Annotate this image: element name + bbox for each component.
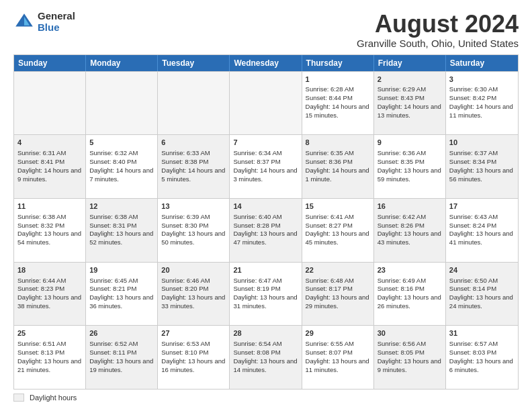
month-title: August 2024 — [357, 11, 519, 38]
logo-general: General — [38, 11, 75, 22]
day-number: 10 — [449, 138, 515, 148]
day-number: 5 — [89, 138, 154, 148]
sunset-text: Sunset: 8:42 PM — [449, 94, 515, 103]
day-number: 19 — [89, 265, 154, 275]
sunrise-text: Sunrise: 6:56 AM — [378, 340, 442, 349]
cal-cell-17: 17Sunrise: 6:43 AMSunset: 8:24 PMDayligh… — [446, 199, 518, 262]
calendar-row-2: 11Sunrise: 6:38 AMSunset: 8:32 PMDayligh… — [14, 198, 518, 262]
daylight-text: Daylight: 14 hours and 15 minutes. — [306, 103, 370, 120]
cal-cell-15: 15Sunrise: 6:41 AMSunset: 8:27 PMDayligh… — [302, 199, 374, 262]
header-cell-thursday: Thursday — [302, 55, 374, 71]
sunrise-text: Sunrise: 6:51 AM — [17, 340, 82, 349]
cal-cell-29: 29Sunrise: 6:55 AMSunset: 8:07 PMDayligh… — [302, 326, 374, 389]
sunset-text: Sunset: 8:37 PM — [233, 158, 298, 167]
day-number: 24 — [449, 265, 515, 275]
header-cell-saturday: Saturday — [446, 55, 518, 71]
daylight-text: Daylight: 14 hours and 13 minutes. — [378, 103, 442, 120]
daylight-text: Daylight: 14 hours and 11 minutes. — [449, 103, 515, 120]
sunset-text: Sunset: 8:23 PM — [17, 285, 82, 293]
calendar-row-4: 25Sunrise: 6:51 AMSunset: 8:13 PMDayligh… — [14, 325, 518, 389]
sunset-text: Sunset: 8:27 PM — [306, 222, 370, 230]
day-number: 23 — [378, 265, 442, 275]
sunset-text: Sunset: 8:11 PM — [89, 349, 154, 357]
cal-cell-1: 1Sunrise: 6:28 AMSunset: 8:44 PMDaylight… — [302, 72, 374, 135]
cal-cell-27: 27Sunrise: 6:53 AMSunset: 8:10 PMDayligh… — [158, 326, 230, 389]
daylight-text: Daylight: 14 hours and 1 minute. — [306, 167, 370, 184]
sunrise-text: Sunrise: 6:57 AM — [449, 340, 515, 349]
day-number: 20 — [161, 265, 226, 275]
cal-cell-23: 23Sunrise: 6:49 AMSunset: 8:16 PMDayligh… — [374, 263, 446, 326]
sunrise-text: Sunrise: 6:37 AM — [449, 149, 515, 158]
cal-cell-empty-0-2 — [158, 72, 230, 135]
daylight-text: Daylight: 13 hours and 14 minutes. — [233, 357, 298, 375]
cal-cell-3: 3Sunrise: 6:30 AMSunset: 8:42 PMDaylight… — [446, 72, 518, 135]
day-number: 8 — [306, 138, 370, 148]
day-number: 2 — [378, 75, 442, 85]
header-cell-tuesday: Tuesday — [158, 55, 230, 71]
day-number: 1 — [306, 75, 370, 85]
daylight-text: Daylight: 14 hours and 9 minutes. — [17, 167, 82, 184]
sunset-text: Sunset: 8:40 PM — [89, 158, 154, 167]
daylight-text: Daylight: 13 hours and 21 minutes. — [17, 357, 82, 375]
day-number: 25 — [17, 328, 82, 338]
sunrise-text: Sunrise: 6:42 AM — [378, 213, 442, 222]
day-number: 16 — [378, 201, 442, 212]
day-number: 22 — [306, 265, 370, 275]
sunrise-text: Sunrise: 6:38 AM — [17, 213, 82, 222]
sunrise-text: Sunrise: 6:31 AM — [17, 149, 82, 158]
daylight-text: Daylight: 13 hours and 11 minutes. — [306, 357, 370, 375]
sunset-text: Sunset: 8:21 PM — [89, 285, 154, 293]
daylight-text: Daylight: 13 hours and 50 minutes. — [161, 230, 226, 247]
title-block: August 2024 Granville South, Ohio, Unite… — [357, 11, 519, 49]
cal-cell-26: 26Sunrise: 6:52 AMSunset: 8:11 PMDayligh… — [86, 326, 158, 389]
day-number: 27 — [161, 328, 226, 338]
daylight-text: Daylight: 13 hours and 9 minutes. — [378, 357, 442, 375]
daylight-text: Daylight: 14 hours and 3 minutes. — [233, 167, 298, 184]
calendar-row-1: 4Sunrise: 6:31 AMSunset: 8:41 PMDaylight… — [14, 134, 518, 198]
sunrise-text: Sunrise: 6:46 AM — [161, 277, 226, 285]
sunrise-text: Sunrise: 6:54 AM — [233, 340, 298, 349]
sunset-text: Sunset: 8:13 PM — [17, 349, 82, 357]
sunset-text: Sunset: 8:36 PM — [306, 158, 370, 167]
cal-cell-21: 21Sunrise: 6:47 AMSunset: 8:19 PMDayligh… — [230, 263, 302, 326]
sunset-text: Sunset: 8:17 PM — [306, 285, 370, 293]
calendar-row-3: 18Sunrise: 6:44 AMSunset: 8:23 PMDayligh… — [14, 262, 518, 326]
cal-cell-10: 10Sunrise: 6:37 AMSunset: 8:34 PMDayligh… — [446, 135, 518, 198]
day-number: 29 — [306, 328, 370, 338]
sunset-text: Sunset: 8:08 PM — [233, 349, 298, 357]
cal-cell-4: 4Sunrise: 6:31 AMSunset: 8:41 PMDaylight… — [14, 135, 86, 198]
cal-cell-empty-0-3 — [230, 72, 302, 135]
sunrise-text: Sunrise: 6:29 AM — [378, 85, 442, 94]
daylight-text: Daylight: 13 hours and 19 minutes. — [89, 357, 154, 375]
day-number: 7 — [233, 138, 298, 148]
cal-cell-12: 12Sunrise: 6:38 AMSunset: 8:31 PMDayligh… — [86, 199, 158, 262]
sunset-text: Sunset: 8:10 PM — [161, 349, 226, 357]
cal-cell-empty-0-1 — [86, 72, 158, 135]
cal-cell-16: 16Sunrise: 6:42 AMSunset: 8:26 PMDayligh… — [374, 199, 446, 262]
daylight-text: Daylight: 13 hours and 56 minutes. — [449, 167, 515, 184]
cal-cell-empty-0-0 — [14, 72, 86, 135]
day-number: 9 — [378, 138, 442, 148]
day-number: 4 — [17, 138, 82, 148]
sunset-text: Sunset: 8:38 PM — [161, 158, 226, 167]
sunset-text: Sunset: 8:20 PM — [161, 285, 226, 293]
legend-box — [13, 394, 24, 402]
cal-cell-28: 28Sunrise: 6:54 AMSunset: 8:08 PMDayligh… — [230, 326, 302, 389]
header-cell-wednesday: Wednesday — [230, 55, 302, 71]
cal-cell-31: 31Sunrise: 6:57 AMSunset: 8:03 PMDayligh… — [446, 326, 518, 389]
header: General Blue August 2024 Granville South… — [13, 11, 519, 49]
day-number: 12 — [89, 201, 154, 212]
daylight-text: Daylight: 13 hours and 41 minutes. — [449, 230, 515, 247]
logo-icon — [13, 11, 35, 33]
sunset-text: Sunset: 8:14 PM — [449, 285, 515, 293]
cal-cell-25: 25Sunrise: 6:51 AMSunset: 8:13 PMDayligh… — [14, 326, 86, 389]
sunrise-text: Sunrise: 6:55 AM — [306, 340, 370, 349]
sunrise-text: Sunrise: 6:32 AM — [89, 149, 154, 158]
daylight-text: Daylight: 13 hours and 52 minutes. — [89, 230, 154, 247]
legend-label: Daylight hours — [30, 394, 77, 402]
sunrise-text: Sunrise: 6:39 AM — [161, 213, 226, 222]
sunrise-text: Sunrise: 6:30 AM — [449, 85, 515, 94]
cal-cell-8: 8Sunrise: 6:35 AMSunset: 8:36 PMDaylight… — [302, 135, 374, 198]
daylight-text: Daylight: 13 hours and 33 minutes. — [161, 293, 226, 311]
cal-cell-22: 22Sunrise: 6:48 AMSunset: 8:17 PMDayligh… — [302, 263, 374, 326]
